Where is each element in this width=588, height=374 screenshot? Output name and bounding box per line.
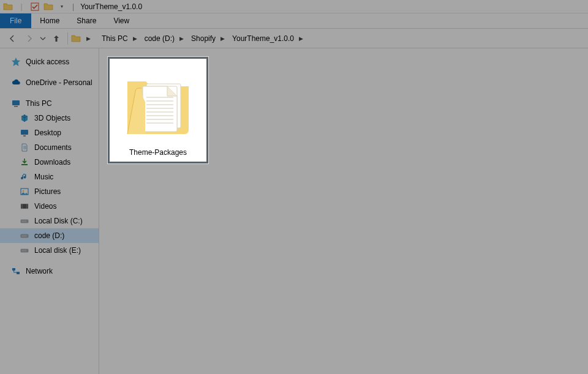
folder-icon [115,60,201,146]
svg-point-11 [26,221,27,222]
breadcrumb: This PC ▶ code (D:) ▶ Shopify ▶ YourThem… [98,34,307,43]
separator [67,32,68,45]
folder-icon [42,0,55,13]
recent-locations-button[interactable] [38,30,48,47]
sidebar-item-music[interactable]: Music [0,170,99,184]
chevron-right-icon[interactable]: ▶ [176,36,187,42]
properties-icon[interactable] [28,0,42,13]
sidebar-item-this-pc[interactable]: This PC [0,96,99,111]
sidebar-item-label: 3D Objects [34,114,70,122]
computer-icon [11,99,21,108]
cube-icon [20,113,29,123]
titlebar: | ▾ | YourTheme_v1.0.0 [0,0,588,13]
drive-icon [20,216,29,226]
sidebar-item-pictures[interactable]: Pictures [0,184,99,199]
svg-point-7 [23,190,24,192]
folder-item-theme-packages[interactable]: Theme-Packages [108,57,208,163]
drive-icon [20,245,29,255]
cloud-icon [11,78,21,88]
sidebar-item-network[interactable]: Network [0,264,99,279]
sidebar-item-local-disk-c[interactable]: Local Disk (C:) [0,214,99,228]
back-button[interactable] [4,30,21,47]
sidebar-item-downloads[interactable]: Downloads [0,155,99,170]
chevron-right-icon[interactable]: ▶ [217,36,228,42]
navigation-pane: Quick access OneDrive - Personal This PC… [0,48,99,374]
drive-icon [20,231,29,241]
chevron-right-icon[interactable]: ▶ [83,36,94,42]
svg-rect-1 [12,100,20,105]
sidebar-item-code-d[interactable]: code (D:) [0,228,99,243]
sidebar-item-label: Videos [34,202,56,211]
download-icon [20,157,29,167]
breadcrumb-item[interactable]: YourTheme_v1.0.0 [228,34,295,43]
sidebar-item-label: Local disk (E:) [34,246,81,255]
folder-icon[interactable] [70,33,81,44]
svg-point-14 [26,236,27,236]
quick-access-toolbar: | ▾ [1,0,69,13]
ribbon: File Home Share View [0,13,588,29]
sidebar-item-label: code (D:) [34,231,64,240]
up-button[interactable] [48,30,65,47]
separator: | [72,2,74,11]
breadcrumb-item[interactable]: This PC [98,34,129,43]
video-icon [20,201,29,211]
sidebar-item-quick-access[interactable]: Quick access [0,54,99,69]
sidebar-item-label: Downloads [34,158,70,166]
sidebar-item-label: Documents [34,143,72,152]
svg-rect-5 [21,164,28,165]
svg-rect-2 [14,106,18,107]
document-icon [20,143,29,152]
sidebar-item-label: Pictures [34,187,61,196]
sidebar-item-onedrive[interactable]: OneDrive - Personal [0,75,99,90]
chevron-down-icon[interactable]: ▾ [55,0,69,13]
svg-point-17 [26,250,27,251]
sidebar-item-documents[interactable]: Documents [0,140,99,155]
tab-view[interactable]: View [105,13,138,28]
window-title: YourTheme_v1.0.0 [80,2,142,11]
sidebar-item-desktop[interactable]: Desktop [0,125,99,140]
tab-share[interactable]: Share [68,13,105,28]
svg-rect-3 [21,130,28,135]
sidebar-item-label: Quick access [26,58,69,66]
sidebar-item-label: Local Disk (C:) [34,217,83,225]
sidebar-item-label: Desktop [34,129,61,137]
svg-rect-4 [23,135,26,137]
chevron-right-icon[interactable]: ▶ [129,36,141,42]
svg-rect-18 [12,268,15,271]
explorer-body: Quick access OneDrive - Personal This PC… [0,48,588,374]
star-icon [11,57,21,67]
breadcrumb-item[interactable]: code (D:) [141,34,176,43]
sidebar-item-label: Network [26,267,53,275]
address-bar: ▶ This PC ▶ code (D:) ▶ Shopify ▶ YourTh… [0,29,588,48]
sidebar-item-label: OneDrive - Personal [26,78,92,87]
separator: | [15,0,28,13]
content-pane[interactable]: Theme-Packages [99,48,588,374]
tab-home[interactable]: Home [31,13,68,28]
folder-icon [1,0,15,13]
sidebar-item-label: Music [34,173,53,181]
sidebar-item-label: This PC [26,99,52,108]
folder-item-label: Theme-Packages [129,148,187,157]
sidebar-item-videos[interactable]: Videos [0,199,99,214]
sidebar-item-local-disk-e[interactable]: Local disk (E:) [0,243,99,258]
breadcrumb-item[interactable]: Shopify [187,34,217,43]
desktop-icon [20,128,29,138]
forward-button[interactable] [21,30,38,47]
sidebar-item-3d-objects[interactable]: 3D Objects [0,111,99,125]
chevron-right-icon[interactable]: ▶ [295,36,307,42]
music-icon [20,172,29,182]
network-icon [11,266,21,276]
picture-icon [20,187,29,196]
tab-file[interactable]: File [0,13,31,28]
